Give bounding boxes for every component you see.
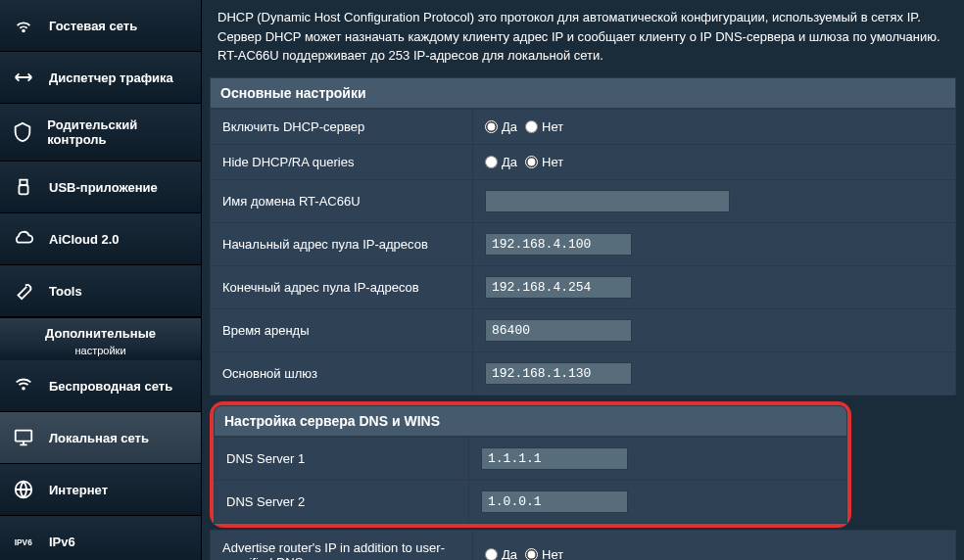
- dns1-label: DNS Server 1: [215, 437, 469, 480]
- basic-settings-header: Основные настройки: [210, 77, 956, 109]
- pool-start-label: Начальный адрес пула IP-адресов: [211, 222, 473, 265]
- nav-usb-app[interactable]: USB-приложение: [0, 162, 201, 213]
- nav-parental-control[interactable]: Родительский контроль: [0, 104, 201, 162]
- nav-label: Родительский контроль: [47, 117, 189, 147]
- svg-rect-2: [19, 185, 27, 194]
- nav-tools[interactable]: Tools: [0, 265, 201, 317]
- nav-ipv6[interactable]: IPV6 IPv6: [0, 516, 201, 560]
- wifi-icon: [12, 14, 35, 37]
- nav-wireless[interactable]: Беспроводная сеть: [0, 360, 201, 412]
- wrench-icon: [12, 279, 35, 303]
- hide-queries-label: Hide DHCP/RA queries: [211, 144, 473, 179]
- svg-point-3: [23, 388, 24, 390]
- main-content: DHCP (Dynamic Host Configuration Protoco…: [202, 0, 964, 560]
- basic-settings-table: Включить DHCP-сервер Да Нет Hide DHCP/RA…: [210, 109, 956, 396]
- section-subtitle: настройки: [0, 345, 201, 360]
- pool-end-label: Конечный адрес пула IP-адресов: [211, 265, 473, 308]
- cloud-icon: [12, 227, 35, 251]
- nav-label: USB-приложение: [49, 180, 158, 195]
- advertise-radio: Да Нет: [485, 547, 943, 560]
- dns2-label: DNS Server 2: [215, 480, 469, 523]
- nav-traffic-manager[interactable]: Диспетчер трафика: [0, 52, 201, 104]
- lease-input[interactable]: [485, 319, 632, 342]
- nav-label: Интернет: [49, 483, 108, 497]
- gateway-input[interactable]: [485, 362, 632, 385]
- nav-guest-network[interactable]: Гостевая сеть: [0, 0, 201, 52]
- gateway-label: Основной шлюз: [211, 351, 473, 395]
- pool-end-input[interactable]: [485, 276, 632, 299]
- nav-label: Диспетчер трафика: [49, 70, 173, 85]
- dhcp-description: DHCP (Dynamic Host Configuration Protoco…: [210, 4, 956, 77]
- dns2-input[interactable]: [481, 490, 628, 513]
- dns-settings-header: Настройка сервера DNS и WINS: [214, 405, 847, 437]
- svg-text:IPV6: IPV6: [15, 538, 32, 547]
- nav-aicloud[interactable]: AiCloud 2.0: [0, 213, 201, 265]
- lan-icon: [12, 426, 35, 449]
- traffic-icon: [12, 66, 35, 89]
- enable-dhcp-yes[interactable]: [485, 120, 498, 133]
- advertise-yes[interactable]: [485, 548, 498, 560]
- globe-icon: [12, 478, 35, 501]
- nav-label: IPv6: [49, 535, 75, 549]
- svg-point-0: [23, 30, 24, 32]
- nav-label: Гостевая сеть: [49, 19, 137, 33]
- dns-highlight-box: Настройка сервера DNS и WINS DNS Server …: [210, 401, 851, 528]
- lease-label: Время аренды: [211, 308, 473, 351]
- ipv6-icon: IPV6: [12, 530, 35, 553]
- enable-dhcp-label: Включить DHCP-сервер: [211, 109, 473, 144]
- domain-name-input[interactable]: [485, 190, 730, 212]
- section-header: Дополнительные: [0, 317, 201, 345]
- advertise-no[interactable]: [525, 548, 538, 560]
- antenna-icon: [12, 374, 35, 397]
- advertise-label: Advertise router's IP in addition to use…: [211, 530, 473, 560]
- enable-dhcp-radio: Да Нет: [485, 119, 943, 134]
- hide-queries-yes[interactable]: [485, 156, 498, 168]
- nav-label: Локальная сеть: [49, 431, 149, 445]
- dns1-input[interactable]: [481, 447, 628, 470]
- pool-start-input[interactable]: [485, 233, 632, 256]
- domain-name-label: Имя домена RT-AC66U: [211, 179, 473, 222]
- hide-queries-radio: Да Нет: [485, 155, 943, 169]
- nav-label: Беспроводная сеть: [49, 379, 172, 394]
- nav-lan[interactable]: Локальная сеть: [0, 412, 201, 464]
- shield-icon: [12, 120, 33, 144]
- svg-rect-4: [16, 431, 32, 442]
- nav-label: AiCloud 2.0: [49, 232, 120, 247]
- nav-wan[interactable]: Интернет: [0, 464, 201, 516]
- hide-queries-no[interactable]: [525, 156, 538, 168]
- sidebar: Гостевая сеть Диспетчер трафика Родитель…: [0, 0, 202, 560]
- nav-label: Tools: [49, 284, 82, 299]
- enable-dhcp-no[interactable]: [525, 120, 538, 133]
- usb-icon: [12, 175, 35, 199]
